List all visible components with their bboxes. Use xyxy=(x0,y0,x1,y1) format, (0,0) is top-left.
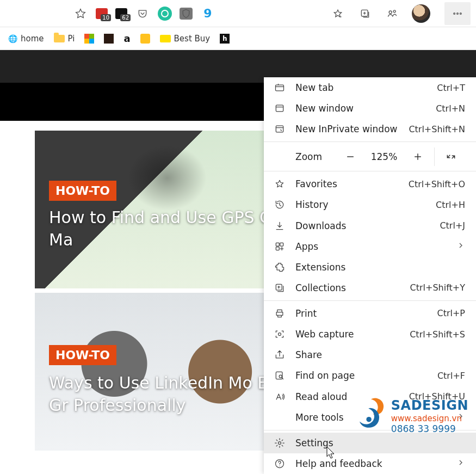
menu-label: Favorites xyxy=(295,178,337,189)
bookmark-hulu[interactable]: h xyxy=(220,34,230,44)
bookmark-folder-pi[interactable]: Pi xyxy=(54,34,75,44)
bookmark-dark[interactable] xyxy=(104,34,114,44)
print-icon xyxy=(274,308,286,319)
favorites-menu-icon[interactable] xyxy=(330,6,345,21)
svg-point-2 xyxy=(393,10,395,12)
favorite-star-icon[interactable] xyxy=(73,6,88,21)
bookmark-label: Pi xyxy=(68,34,75,44)
walmart-icon xyxy=(140,34,150,44)
history-icon xyxy=(274,199,286,210)
svg-rect-6 xyxy=(276,85,284,91)
menu-label: Read aloud xyxy=(295,391,347,402)
menu-help[interactable]: Help and feedback xyxy=(264,453,476,474)
svg-point-4 xyxy=(457,13,459,14)
menu-shortcut: Ctrl+P xyxy=(437,308,465,318)
menu-share[interactable]: Share xyxy=(264,344,476,365)
bookmark-walmart[interactable] xyxy=(140,34,150,44)
profile-avatar[interactable] xyxy=(412,4,430,23)
menu-web-capture[interactable]: Web capture Ctrl+Shift+S xyxy=(264,324,476,344)
menu-label: Apps xyxy=(295,241,318,252)
extension-dark-icon[interactable]: 62 xyxy=(115,8,127,19)
menu-shortcut: Ctrl+Shift+S xyxy=(410,329,465,340)
fullscreen-button[interactable] xyxy=(439,146,463,168)
svg-rect-7 xyxy=(276,105,283,112)
left-gutter xyxy=(0,131,34,474)
menu-label: Print xyxy=(295,308,317,319)
extension-badge: 62 xyxy=(120,14,131,21)
menu-extensions[interactable]: Extensions xyxy=(264,257,476,278)
folder-icon xyxy=(54,35,65,42)
menu-history[interactable]: History Ctrl+H xyxy=(264,194,476,215)
menu-new-inprivate[interactable]: New InPrivate window Ctrl+Shift+N xyxy=(264,119,476,139)
page-content: HOW-TO How to Find and Use GPS Coordinat… xyxy=(0,50,476,474)
new-window-icon xyxy=(274,103,286,114)
menu-separator xyxy=(264,171,476,171)
menu-label: Share xyxy=(295,349,322,360)
site-icon xyxy=(104,34,114,44)
chevron-right-icon xyxy=(456,241,465,252)
ublock-icon[interactable] xyxy=(180,8,193,20)
svg-rect-11 xyxy=(276,247,279,250)
menu-print[interactable]: Print Ctrl+P xyxy=(264,303,476,324)
svg-rect-9 xyxy=(276,243,279,246)
watermark-title: SADESIGN xyxy=(391,398,468,414)
menu-label: Downloads xyxy=(295,220,346,231)
amazon-icon: a xyxy=(123,33,130,44)
menu-label: Help and feedback xyxy=(295,458,382,469)
bookmark-amazon[interactable]: a xyxy=(123,33,130,44)
svg-point-3 xyxy=(454,13,455,14)
bookmark-microsoft[interactable] xyxy=(84,34,94,44)
svg-rect-10 xyxy=(280,243,283,246)
menu-label: More tools xyxy=(295,412,344,423)
menu-label: Find on page xyxy=(295,370,355,381)
menu-shortcut: Ctrl+Shift+Y xyxy=(410,282,465,293)
bookmark-bestbuy[interactable]: Best Buy xyxy=(160,34,211,44)
microsoft-icon xyxy=(84,34,94,44)
zoom-out-button[interactable] xyxy=(338,146,362,168)
menu-new-window[interactable]: New window Ctrl+N xyxy=(264,98,476,119)
menu-downloads[interactable]: Downloads Ctrl+J xyxy=(264,216,476,236)
help-icon xyxy=(274,458,286,469)
menu-shortcut: Ctrl+Shift+O xyxy=(409,179,465,189)
menu-shortcut: Ctrl+Shift+N xyxy=(409,124,465,134)
menu-collections[interactable]: Collections Ctrl+Shift+Y xyxy=(264,278,476,298)
star-icon xyxy=(274,178,286,189)
bookmark-home[interactable]: 🌐 home xyxy=(8,34,44,44)
menu-shortcut: Ctrl+T xyxy=(437,83,465,93)
menu-label: History xyxy=(295,199,328,210)
zoom-value: 125% xyxy=(367,151,401,162)
read-aloud-icon xyxy=(274,391,286,402)
watermark-tel: 0868 33 9999 xyxy=(391,423,468,434)
pocket-icon[interactable] xyxy=(135,6,150,21)
svg-point-1 xyxy=(389,11,392,14)
extension-g-icon[interactable]: 9 xyxy=(200,6,215,21)
watermark-logo xyxy=(354,397,386,436)
svg-point-13 xyxy=(279,333,281,336)
bookmark-label: Best Buy xyxy=(174,34,211,44)
hulu-icon: h xyxy=(220,34,230,44)
extensions-icon xyxy=(274,262,286,273)
extensions-toolbar: 10 62 9 xyxy=(0,0,476,27)
menu-label: Collections xyxy=(295,282,346,293)
new-tab-icon xyxy=(274,82,286,93)
bookmarks-bar: 🌐 home Pi a Best Buy h xyxy=(0,27,476,50)
menu-find[interactable]: Find on page Ctrl+F xyxy=(264,365,476,386)
collections-icon[interactable] xyxy=(357,6,373,21)
menu-new-tab[interactable]: New tab Ctrl+T xyxy=(264,77,476,98)
svg-point-18 xyxy=(366,417,371,422)
bestbuy-icon xyxy=(160,35,171,42)
grammarly-icon[interactable] xyxy=(158,7,172,21)
menu-shortcut: Ctrl+N xyxy=(436,103,465,114)
web-capture-icon xyxy=(274,329,286,340)
gear-icon xyxy=(274,438,286,448)
profile-switch-icon[interactable] xyxy=(385,6,400,21)
settings-and-more-button[interactable] xyxy=(444,2,471,25)
svg-point-5 xyxy=(460,13,462,14)
menu-apps[interactable]: Apps xyxy=(264,236,476,257)
globe-icon: 🌐 xyxy=(8,34,17,44)
collections-icon xyxy=(274,282,286,293)
watermark: SADESIGN www.sadesign.vn 0868 33 9999 xyxy=(354,397,468,436)
zoom-in-button[interactable] xyxy=(406,146,430,168)
extension-lastpass-icon[interactable]: 10 xyxy=(96,8,108,19)
menu-favorites[interactable]: Favorites Ctrl+Shift+O xyxy=(264,174,476,194)
